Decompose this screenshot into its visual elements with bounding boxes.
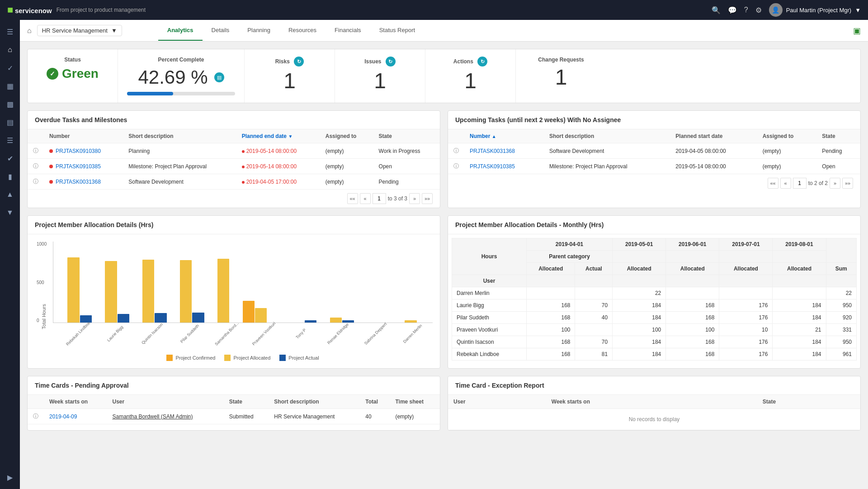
monthly-value-3: 168 [666, 299, 719, 312]
sidebar-grid2-icon[interactable]: ▩ [2, 96, 18, 112]
bar-group [93, 261, 129, 323]
monthly-value-3: 100 [666, 324, 719, 336]
exception-table: User Week starts on State No records to … [448, 395, 860, 430]
task-link2[interactable]: PRJTASK0910385 [470, 163, 515, 170]
sidebar-report-icon[interactable]: ▼ [2, 204, 18, 221]
task-link[interactable]: PRJTASK0031368 [56, 179, 101, 185]
col-planned-end[interactable]: Planned end date ▼ [236, 129, 320, 143]
home-button[interactable]: ⌂ [27, 27, 32, 35]
tc-total: 40 [360, 409, 390, 424]
tab-status-report[interactable]: Status Report [370, 20, 425, 41]
bar [243, 301, 255, 323]
monthly-value-2: 184 [613, 336, 666, 348]
user-avatar: 👤 [769, 3, 783, 17]
first-page-btn[interactable]: «« [347, 193, 358, 204]
assigned-cell2: (empty) [757, 143, 817, 159]
sidebar-filter-icon[interactable]: ☰ [2, 24, 18, 40]
help-icon[interactable]: ? [744, 6, 748, 14]
sidebar-task-icon[interactable]: ✔ [2, 150, 18, 166]
monthly-value-2: 184 [613, 348, 666, 361]
monthly-value-4: 176 [719, 348, 773, 361]
tc-col-week: Week starts on [44, 395, 107, 409]
monthly-value-3 [666, 287, 719, 299]
state-cell: Open [373, 159, 440, 174]
sub-nav-tabs: Analytics Details Planning Resources Fin… [158, 20, 424, 41]
upcoming-prev-btn[interactable]: « [780, 178, 791, 189]
sidebar-list-icon[interactable]: ☰ [2, 132, 18, 148]
status-value: ✓ Green [37, 66, 108, 81]
empty-col6 [773, 275, 826, 287]
logo: ■ servicenow [7, 4, 52, 16]
page-input[interactable] [373, 193, 386, 204]
info-icon-cell[interactable]: ⓘ [28, 159, 44, 174]
actions-badge: ↻ [477, 57, 487, 66]
info-icon-cell2[interactable]: ⓘ [448, 159, 464, 174]
desc-cell: Software Development [123, 174, 236, 190]
user-dropdown-icon: ▼ [855, 7, 861, 14]
bar-group [243, 301, 279, 323]
header-check-icon[interactable]: ▣ [853, 26, 861, 35]
y-label-0: 0 [37, 318, 47, 323]
y-label-500: 500 [37, 280, 47, 285]
x-axis-label: Darren Merlin [398, 319, 427, 348]
tab-analytics[interactable]: Analytics [158, 20, 203, 41]
monthly-value-3: 168 [666, 336, 719, 348]
sidebar-apps-icon[interactable]: ▤ [2, 114, 18, 130]
stat-risks: Risks ↻ 1 [245, 49, 335, 103]
task-link2[interactable]: PRJTASK0031368 [470, 148, 515, 154]
date-cell2: 2019-05-14 08:00:00 [670, 159, 757, 174]
allocated-label: Project Allocated [233, 355, 270, 361]
monthly-value-6: 950 [826, 299, 856, 312]
tab-financials[interactable]: Financials [326, 20, 370, 41]
issues-label: Issues ↻ [344, 57, 416, 66]
info-icon-cell[interactable]: ⓘ [28, 174, 44, 190]
upcoming-last-btn[interactable]: »» [842, 178, 853, 189]
info-icon-cell2[interactable]: ⓘ [448, 143, 464, 159]
upcoming-next-btn[interactable]: » [830, 178, 840, 189]
monthly-value-4: 176 [719, 336, 773, 348]
sidebar-home-icon[interactable]: ⌂ [2, 42, 18, 58]
overdue-task-row: ⓘ PRJTASK0031368 Software Development 20… [28, 174, 440, 190]
sidebar-check-icon[interactable]: ✓ [2, 60, 18, 76]
tc-info[interactable]: ⓘ [28, 409, 44, 424]
sidebar-play-icon[interactable]: ▶ [2, 469, 18, 485]
upcoming-first-btn[interactable]: «« [768, 178, 778, 189]
task-link[interactable]: PRJTASK0910380 [56, 148, 101, 154]
empty-col7 [826, 275, 856, 287]
month-2019-08: 2019-08-01 [773, 238, 826, 251]
alloc-header4: Allocated [719, 263, 773, 275]
monthly-title: Project Member Allocation Details - Mont… [448, 216, 860, 234]
monthly-value-2: 100 [613, 324, 666, 336]
month-2019-06: 2019-06-01 [666, 238, 719, 251]
prev-page-btn[interactable]: « [360, 193, 371, 204]
overdue-task-row: ⓘ PRJTASK0910385 Milestone: Project Plan… [28, 159, 440, 174]
chart-with-yaxis: 1000 500 0 [53, 242, 433, 323]
tc-week-link[interactable]: 2019-04-09 [49, 413, 77, 420]
nav-dropdown[interactable]: HR Service Management ▼ [37, 25, 122, 36]
status-text: Green [62, 66, 99, 81]
search-icon[interactable]: 🔍 [712, 6, 721, 14]
percent-value: 42.69 % [138, 66, 208, 88]
tab-details[interactable]: Details [203, 20, 239, 41]
info-icon-cell[interactable]: ⓘ [28, 143, 44, 159]
top-bar-left: ■ servicenow From project to product man… [7, 4, 146, 16]
sidebar-gantt-icon[interactable]: ▮ [2, 168, 18, 185]
col-number2[interactable]: Number ▲ [464, 129, 544, 143]
tab-resources[interactable]: Resources [279, 20, 326, 41]
chat-icon[interactable]: 💬 [728, 6, 737, 14]
upcoming-page-input[interactable] [793, 178, 807, 189]
bar [142, 260, 154, 323]
next-page-btn[interactable]: » [409, 193, 420, 204]
tab-planning[interactable]: Planning [238, 20, 279, 41]
task-link[interactable]: PRJTASK0910385 [56, 163, 101, 170]
x-axis-label: Pilar Suddeth [175, 319, 204, 348]
sidebar-bar-icon[interactable]: ▲ [2, 186, 18, 203]
last-page-btn[interactable]: »» [422, 193, 433, 204]
settings-icon[interactable]: ⚙ [755, 6, 762, 14]
monthly-value-4: 176 [719, 299, 773, 312]
hours-header: Hours [452, 238, 527, 275]
col-planned-start: Planned start date [670, 129, 757, 143]
sidebar-grid1-icon[interactable]: ▦ [2, 78, 18, 94]
assigned-cell: (empty) [320, 159, 373, 174]
user-menu[interactable]: 👤 Paul Martin (Project Mgr) ▼ [769, 3, 861, 17]
